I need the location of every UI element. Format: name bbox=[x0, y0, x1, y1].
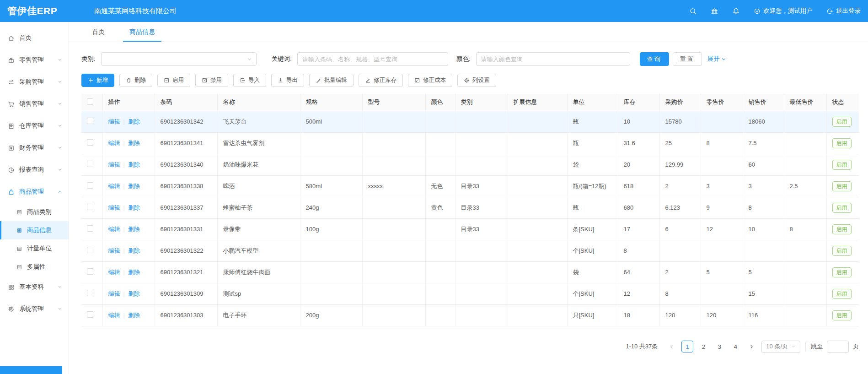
edit-link[interactable]: 编辑 bbox=[108, 140, 120, 146]
expand-link[interactable]: 展开 bbox=[707, 55, 726, 63]
row-checkbox[interactable] bbox=[87, 311, 93, 318]
delete-link[interactable]: 删除 bbox=[128, 140, 140, 146]
enable-button[interactable]: 启用 bbox=[157, 74, 190, 87]
select-all-checkbox[interactable] bbox=[87, 98, 93, 105]
fix-stock-button[interactable]: 修正库存 bbox=[359, 74, 403, 87]
sidebar-item-basic-data[interactable]: 基本资料 bbox=[0, 276, 69, 298]
edit-link[interactable]: 编辑 bbox=[108, 118, 120, 125]
edit-link[interactable]: 编辑 bbox=[108, 226, 120, 233]
delete-link[interactable]: 删除 bbox=[128, 204, 140, 211]
welcome-user[interactable]: 欢迎您，测试用户 bbox=[754, 7, 813, 15]
row-checkbox[interactable] bbox=[87, 182, 93, 189]
edit-link[interactable]: 编辑 bbox=[108, 161, 120, 168]
sidebar-collapse-bar[interactable] bbox=[0, 366, 62, 374]
bell-icon[interactable] bbox=[732, 7, 740, 15]
row-checkbox[interactable] bbox=[87, 290, 93, 296]
page-size-select[interactable]: 10 条/页 bbox=[761, 341, 800, 353]
edit-link[interactable]: 编辑 bbox=[108, 269, 120, 276]
color-input[interactable] bbox=[476, 52, 630, 66]
edit-link[interactable]: 编辑 bbox=[108, 312, 120, 319]
fix-cost-button[interactable]: 修正成本 bbox=[408, 74, 452, 87]
next-page-button[interactable] bbox=[745, 341, 757, 352]
sidebar-item-home[interactable]: 首页 bbox=[0, 27, 69, 49]
column-header: 状态 bbox=[826, 94, 859, 111]
cell-color: 无色 bbox=[425, 175, 455, 197]
category-select[interactable] bbox=[101, 52, 257, 66]
row-checkbox[interactable] bbox=[87, 139, 93, 146]
import-button[interactable]: 导入 bbox=[233, 74, 266, 87]
delete-link[interactable]: 删除 bbox=[128, 269, 140, 276]
cell-model bbox=[362, 240, 425, 261]
column-header: 单位 bbox=[567, 94, 618, 111]
delete-link[interactable]: 删除 bbox=[128, 161, 140, 168]
delete-link[interactable]: 删除 bbox=[128, 247, 140, 254]
delete-button[interactable]: 删除 bbox=[119, 74, 152, 87]
sidebar-item-label: 首页 bbox=[19, 34, 32, 42]
sidebar-item-retail[interactable]: 零售管理 bbox=[0, 49, 69, 71]
row-checkbox[interactable] bbox=[87, 247, 93, 253]
cell-ext bbox=[508, 218, 567, 240]
row-checkbox[interactable] bbox=[87, 204, 93, 210]
row-checkbox[interactable] bbox=[87, 268, 93, 275]
sidebar-item-finance[interactable]: 财务管理 bbox=[0, 137, 69, 159]
sidebar-item-sales[interactable]: 销售管理 bbox=[0, 93, 69, 115]
page-number-2[interactable]: 2 bbox=[697, 341, 709, 352]
cabinet-icon bbox=[8, 123, 15, 130]
status-badge: 启用 bbox=[832, 117, 852, 127]
edit-link[interactable]: 编辑 bbox=[108, 247, 120, 254]
add-button[interactable]: 新增 bbox=[81, 74, 114, 87]
page-number-4[interactable]: 4 bbox=[729, 341, 741, 352]
search-icon[interactable] bbox=[689, 7, 697, 15]
column-header: 零售价 bbox=[701, 94, 743, 111]
sidebar-item-purchase[interactable]: 采购管理 bbox=[0, 71, 69, 93]
cell-model bbox=[362, 218, 425, 240]
prev-page-button[interactable] bbox=[665, 341, 677, 352]
search-button[interactable]: 查询 bbox=[640, 52, 669, 66]
sidebar-item-measure-unit[interactable]: 计量单位 bbox=[0, 239, 69, 258]
tab-product-info[interactable]: 商品信息 bbox=[123, 22, 161, 42]
keyword-input[interactable] bbox=[297, 52, 448, 66]
edit-link[interactable]: 编辑 bbox=[108, 290, 120, 297]
edit-link[interactable]: 编辑 bbox=[108, 183, 120, 190]
bank-icon[interactable] bbox=[711, 7, 718, 15]
cell-color bbox=[425, 111, 455, 132]
sidebar-item-product-category[interactable]: 商品类别 bbox=[0, 203, 69, 221]
sidebar-item-system[interactable]: 系统管理 bbox=[0, 298, 69, 320]
status-badge: 启用 bbox=[832, 181, 852, 191]
delete-link[interactable]: 删除 bbox=[128, 226, 140, 233]
reset-button[interactable]: 重置 bbox=[673, 52, 702, 66]
page-number-1[interactable]: 1 bbox=[681, 341, 693, 352]
delete-link[interactable]: 删除 bbox=[128, 312, 140, 319]
row-checkbox[interactable] bbox=[87, 225, 93, 232]
row-checkbox[interactable] bbox=[87, 161, 93, 167]
sidebar-item-products[interactable]: 商品管理 bbox=[0, 181, 69, 203]
toolbar-button-label: 启用 bbox=[172, 76, 184, 84]
jump-page-input[interactable] bbox=[827, 341, 849, 353]
disable-button[interactable]: 禁用 bbox=[195, 74, 228, 87]
cell-status: 启用 bbox=[826, 304, 859, 326]
delete-link[interactable]: 删除 bbox=[128, 290, 140, 297]
export-button[interactable]: 导出 bbox=[271, 74, 304, 87]
cell-unit: 瓶 bbox=[567, 197, 618, 218]
page-number-3[interactable]: 3 bbox=[713, 341, 725, 352]
delete-link[interactable]: 删除 bbox=[128, 118, 140, 125]
row-checkbox[interactable] bbox=[87, 118, 93, 124]
cell-status: 启用 bbox=[826, 240, 859, 261]
sidebar-item-reports[interactable]: 报表查询 bbox=[0, 159, 69, 181]
tab-home[interactable]: 首页 bbox=[86, 22, 111, 42]
status-badge: 启用 bbox=[832, 310, 852, 320]
edit-link[interactable]: 编辑 bbox=[108, 204, 120, 211]
batch-edit-button[interactable]: 批量编辑 bbox=[309, 74, 354, 87]
cell-model bbox=[362, 111, 425, 132]
logout-button[interactable]: 退出登录 bbox=[826, 7, 861, 15]
columns-button[interactable]: 列设置 bbox=[457, 74, 496, 87]
cell-spec bbox=[300, 261, 362, 283]
sidebar-item-warehouse[interactable]: 仓库管理 bbox=[0, 115, 69, 137]
sidebar-item-multi-attr[interactable]: 多属性 bbox=[0, 258, 69, 276]
toolbar-button-label: 导出 bbox=[286, 76, 298, 84]
gear-icon bbox=[464, 77, 470, 83]
cell-spec bbox=[300, 283, 362, 304]
delete-link[interactable]: 删除 bbox=[128, 183, 140, 190]
cell-min_price bbox=[784, 304, 826, 326]
sidebar-item-product-info[interactable]: 商品信息 bbox=[0, 221, 69, 239]
